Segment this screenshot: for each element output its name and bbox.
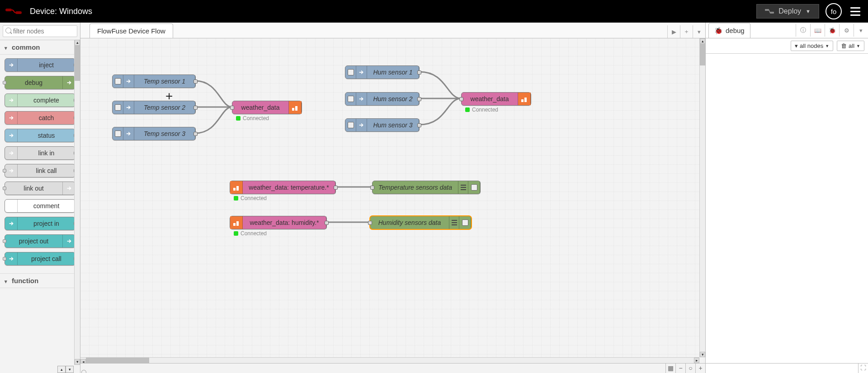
flow-canvas[interactable]: Temp sensor 1 Temp sensor 2 Temp sensor …: [80, 38, 668, 354]
palette-category-function[interactable]: function: [0, 273, 80, 288]
chevron-down-icon: ▼: [806, 9, 811, 14]
deploy-label: Deploy: [778, 7, 801, 15]
trash-icon: 🗑: [841, 42, 847, 49]
node-hum-sensor-1[interactable]: Hum sensor 1: [345, 65, 420, 79]
svg-rect-8: [233, 188, 236, 191]
sidebar: 🐞 debug ⓘ 📖 🐞 ⚙ ▾ ▾all nodes▼ 🗑all▼ ⛶: [705, 23, 868, 373]
svg-rect-1: [15, 11, 22, 14]
svg-rect-13: [233, 223, 236, 226]
deploy-button[interactable]: Deploy ▼: [756, 4, 819, 19]
debug-bars-icon: [449, 216, 459, 229]
device-title: Device: Windows: [30, 7, 756, 16]
palette-node-link-call[interactable]: link call: [5, 164, 75, 177]
node-hum-sensor-2[interactable]: Hum sensor 2: [345, 92, 420, 106]
canvas-hscrollbar[interactable]: ◂▸: [80, 357, 699, 363]
svg-rect-15: [452, 220, 457, 221]
mqtt-icon: [230, 216, 243, 229]
debug-toggle[interactable]: [471, 184, 477, 191]
add-tab-button[interactable]: ＋: [680, 25, 693, 38]
sidebar-help-button[interactable]: 📖: [810, 24, 825, 37]
sidebar-debug-button[interactable]: 🐞: [825, 24, 839, 37]
svg-rect-17: [452, 224, 457, 225]
navigator-button[interactable]: ▦: [665, 364, 675, 373]
sidebar-expand-button[interactable]: ⛶: [858, 364, 868, 373]
node-weather-data-out-2[interactable]: weather_data Connected: [461, 92, 531, 106]
svg-rect-14: [236, 221, 239, 226]
nodered-logo: [5, 7, 24, 15]
svg-rect-11: [461, 187, 466, 188]
palette-node-project-call[interactable]: project call: [5, 252, 75, 266]
palette-node-link-out[interactable]: link out: [5, 182, 75, 195]
node-weather-data-in-humidity[interactable]: weather_data: humidity.* Connected: [230, 216, 327, 229]
filter-all-nodes[interactable]: ▾all nodes▼: [791, 41, 833, 51]
bug-icon: 🐞: [714, 27, 723, 35]
palette-node-link-in[interactable]: link in: [5, 146, 75, 160]
user-avatar[interactable]: fo: [826, 3, 842, 19]
palette-node-project-out[interactable]: project out: [5, 234, 75, 248]
inject-button-icon[interactable]: [115, 78, 121, 84]
sidebar-tab-debug[interactable]: 🐞 debug: [708, 23, 750, 38]
node-weather-data-out-1[interactable]: weather_data Connected: [232, 101, 302, 114]
palette-category-common[interactable]: common: [0, 40, 80, 55]
run-button[interactable]: ▶: [667, 25, 680, 38]
sidebar-config-button[interactable]: ⚙: [839, 24, 854, 37]
node-weather-data-in-temperature[interactable]: weather_data: temperature.* Connected: [230, 181, 336, 194]
palette-footer-buttons[interactable]: ▴▾: [57, 366, 74, 373]
palette-filter-input[interactable]: [3, 25, 77, 37]
svg-rect-7: [524, 98, 527, 102]
debug-toggle[interactable]: [462, 219, 468, 226]
mqtt-icon: [289, 101, 302, 114]
svg-rect-12: [461, 189, 466, 190]
node-temp-sensor-2[interactable]: Temp sensor 2: [112, 101, 196, 114]
zoom-in-button[interactable]: +: [695, 364, 705, 373]
svg-rect-3: [770, 12, 774, 14]
palette-node-catch[interactable]: catch: [5, 111, 75, 125]
svg-rect-10: [461, 185, 466, 186]
svg-rect-5: [295, 106, 297, 111]
menu-button[interactable]: [848, 5, 863, 18]
node-debug-humidity[interactable]: Humidity sensors data: [370, 216, 472, 229]
filter-icon: ▾: [795, 42, 798, 49]
palette-node-project-in[interactable]: project in: [5, 217, 75, 230]
node-debug-temperature[interactable]: Temperature sensors data: [372, 181, 481, 194]
palette-node-status[interactable]: status: [5, 129, 75, 142]
flow-tab[interactable]: FlowFuse Device Flow: [90, 23, 173, 38]
svg-rect-6: [521, 99, 524, 102]
svg-rect-0: [5, 9, 12, 11]
workspace: FlowFuse Device Flow ▶ ＋ ▾: [80, 23, 705, 373]
sidebar-info-button[interactable]: ⓘ: [796, 24, 810, 37]
mqtt-icon: [230, 181, 243, 194]
svg-rect-9: [236, 186, 239, 191]
debug-messages: [706, 54, 868, 363]
palette: common injectdebugcompletecatchstatuslin…: [0, 23, 80, 373]
app-header: Device: Windows Deploy ▼ fo: [0, 0, 868, 23]
node-temp-sensor-3[interactable]: Temp sensor 3: [112, 127, 196, 140]
svg-rect-4: [292, 108, 294, 111]
chevron-down-icon: [5, 43, 8, 51]
palette-node-complete[interactable]: complete: [5, 93, 75, 107]
node-temp-sensor-1[interactable]: Temp sensor 1: [112, 75, 196, 88]
palette-node-comment[interactable]: comment: [5, 199, 75, 213]
mqtt-icon: [518, 93, 531, 105]
workspace-tabs: FlowFuse Device Flow ▶ ＋ ▾: [80, 23, 705, 38]
sidebar-menu-button[interactable]: ▾: [854, 24, 868, 37]
palette-node-debug[interactable]: debug: [5, 76, 75, 89]
tab-menu-button[interactable]: ▾: [693, 25, 705, 38]
node-hum-sensor-3[interactable]: Hum sensor 3: [345, 118, 420, 132]
zoom-out-button[interactable]: −: [675, 364, 685, 373]
palette-node-inject[interactable]: inject: [5, 58, 75, 72]
debug-bars-icon: [458, 181, 468, 194]
canvas-vscrollbar[interactable]: ▴▾: [699, 38, 705, 357]
palette-scrollbar[interactable]: ▴ ▾: [74, 40, 80, 365]
zoom-reset-button[interactable]: ○: [685, 364, 695, 373]
workspace-footer: ▦ − ○ +: [80, 363, 705, 373]
svg-rect-16: [452, 222, 457, 223]
clear-all[interactable]: 🗑all▼: [837, 41, 864, 51]
chevron-down-icon: [5, 277, 8, 284]
svg-rect-2: [765, 9, 769, 11]
